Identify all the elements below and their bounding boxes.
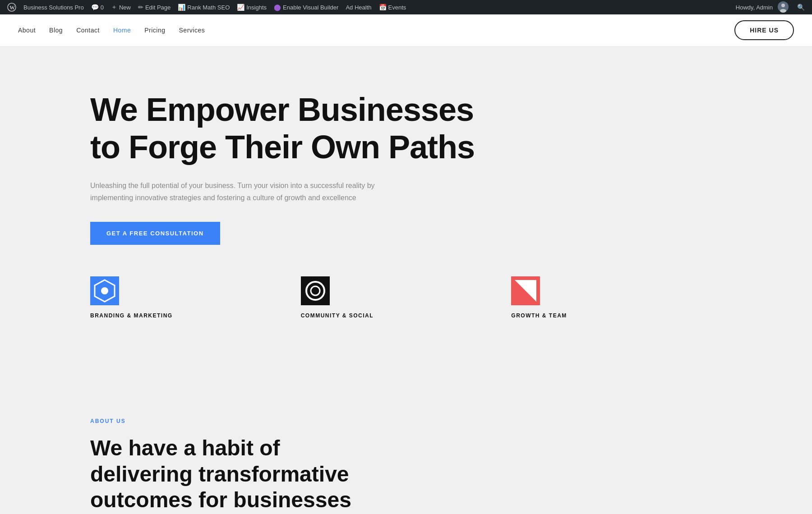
service-branding: BRANDING & MARKETING (90, 276, 301, 319)
events-icon: 📅 (379, 4, 387, 11)
cta-button[interactable]: GET A FREE CONSULTATION (90, 222, 220, 245)
hire-us-button[interactable]: HIRE US (734, 20, 794, 40)
admin-bar-ad-health[interactable]: Ad Health (342, 0, 375, 14)
admin-bar-new[interactable]: ＋ New (107, 0, 134, 14)
community-icon (301, 276, 330, 305)
growth-label: GROWTH & TEAM (511, 312, 722, 319)
growth-icon-container (511, 276, 540, 305)
admin-bar-site-name[interactable]: Business Solutions Pro (20, 0, 88, 14)
nav-link-home[interactable]: Home (113, 27, 131, 34)
svg-point-3 (781, 4, 785, 7)
community-label: COMMUNITY & SOCIAL (301, 312, 512, 319)
about-section: ABOUT US We have a habit of delivering t… (0, 382, 812, 514)
branding-icon (90, 276, 119, 305)
nav-links: About Blog Contact Home Pricing Services (18, 27, 734, 34)
hero-section: We Empower Businesses to Forge Their Own… (0, 46, 812, 355)
section-spacer (0, 355, 812, 382)
admin-bar-comments[interactable]: 💬 0 (88, 0, 107, 14)
insights-icon: 📈 (237, 4, 245, 11)
nav-link-pricing[interactable]: Pricing (144, 27, 165, 34)
admin-bar: W Business Solutions Pro 💬 0 ＋ New ✏ Edi… (0, 0, 812, 14)
nav-link-contact[interactable]: Contact (76, 27, 100, 34)
svg-point-7 (101, 287, 108, 294)
admin-bar-rank-math[interactable]: 📊 Rank Math SEO (174, 0, 233, 14)
admin-bar-visual-builder[interactable]: ⬤ Enable Visual Builder (270, 0, 342, 14)
svg-text:W: W (9, 5, 15, 11)
growth-icon (511, 276, 540, 305)
admin-bar-right: Howdy, Admin 🔍 (736, 1, 808, 14)
admin-avatar[interactable] (777, 1, 789, 14)
hero-title: We Empower Businesses to Forge Their Own… (90, 91, 496, 166)
svg-point-10 (311, 286, 320, 295)
about-label: ABOUT US (90, 418, 722, 424)
service-community: COMMUNITY & SOCIAL (301, 276, 512, 319)
services-row: BRANDING & MARKETING COMMUNITY & SOCIAL (90, 276, 722, 319)
admin-bar-edit-page[interactable]: ✏ Edit Page (134, 0, 174, 14)
admin-bar-insights[interactable]: 📈 Insights (233, 0, 270, 14)
admin-bar-events[interactable]: 📅 Events (375, 0, 410, 14)
comment-icon: 💬 (91, 4, 99, 11)
plus-icon: ＋ (111, 3, 117, 11)
site-navigation: About Blog Contact Home Pricing Services… (0, 14, 812, 46)
visual-builder-icon: ⬤ (274, 4, 281, 11)
nav-link-about[interactable]: About (18, 27, 36, 34)
svg-point-4 (780, 9, 786, 13)
rank-math-icon: 📊 (178, 4, 185, 11)
branding-label: BRANDING & MARKETING (90, 312, 301, 319)
nav-link-blog[interactable]: Blog (49, 27, 63, 34)
nav-link-services[interactable]: Services (179, 27, 205, 34)
community-icon-container (301, 276, 330, 305)
admin-search-icon[interactable]: 🔍 (794, 4, 808, 11)
about-title: We have a habit of delivering transforma… (90, 435, 361, 514)
admin-bar-wp-logo[interactable]: W (4, 0, 20, 14)
edit-icon: ✏ (138, 4, 143, 11)
hero-subtitle: Unleashing the full potential of your bu… (90, 179, 388, 204)
branding-icon-container (90, 276, 119, 305)
service-growth: GROWTH & TEAM (511, 276, 722, 319)
